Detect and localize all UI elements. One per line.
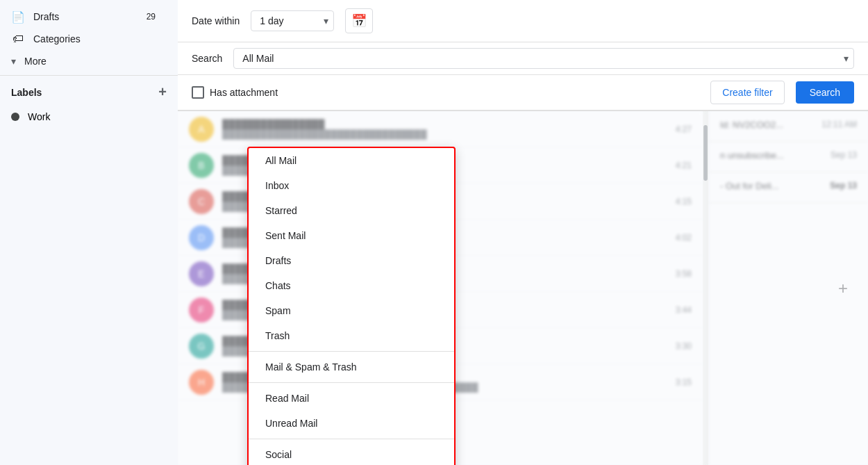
avatar: F: [189, 297, 214, 323]
chevron-down-icon: ▾: [11, 56, 16, 67]
dropdown-item-all-mail[interactable]: All Mail: [249, 148, 454, 173]
app-container: 📄 Drafts 29 🏷 Categories ▾ More Labels +…: [0, 0, 868, 465]
email-time: 3:58: [676, 269, 692, 279]
email-time: 3:44: [676, 305, 692, 315]
email-time: Sep 13: [831, 150, 857, 160]
drafts-count: 29: [147, 12, 156, 22]
search-in-row-container: Search All Mail All Mail Inbox Starred: [178, 42, 868, 75]
has-attachment-label[interactable]: Has attachment: [192, 86, 278, 99]
search-in-row: Search All Mail: [178, 42, 868, 75]
email-time: 4:15: [676, 197, 692, 206]
email-content: ████████████████ ███████████████████████…: [222, 119, 667, 140]
labels-section-header: Labels +: [0, 79, 178, 106]
email-time: 4:27: [676, 124, 692, 134]
sidebar-item-label: More: [24, 56, 156, 67]
dropdown-item-chats[interactable]: Chats: [249, 273, 454, 298]
sidebar-item-more[interactable]: ▾ More: [0, 50, 167, 72]
sidebar-item-label: Categories: [33, 33, 156, 44]
sidebar-item-work[interactable]: Work: [0, 106, 167, 128]
calendar-icon-button[interactable]: 📅: [345, 8, 373, 33]
email-time: 3:15: [676, 377, 692, 387]
date-filter-row: Date within 1 day 3 days 1 week 2 weeks …: [178, 0, 868, 42]
dropdown-item-starred[interactable]: Starred: [249, 198, 454, 223]
dropdown-divider-3: [249, 439, 454, 439]
add-label-icon[interactable]: +: [158, 84, 167, 100]
dropdown-divider-1: [249, 351, 454, 352]
avatar: D: [189, 225, 214, 250]
sidebar: 📄 Drafts 29 🏷 Categories ▾ More Labels +…: [0, 0, 178, 465]
main-area: Date within 1 day 3 days 1 week 2 weeks …: [178, 0, 868, 465]
list-item[interactable]: Sep 13 n unsubscribe...: [709, 142, 868, 172]
email-time-bold: Sep 13: [830, 181, 857, 190]
search-button[interactable]: Search: [796, 81, 854, 104]
email-time: 4:21: [676, 161, 692, 170]
search-in-select-wrapper: All Mail: [233, 48, 854, 69]
scrollbar[interactable]: [703, 111, 708, 465]
date-select-wrapper: 1 day 3 days 1 week 2 weeks 1 month: [251, 10, 334, 31]
avatar: A: [189, 117, 214, 142]
table-row[interactable]: A ████████████████ █████████████████████…: [178, 111, 703, 147]
scrollbar-thumb[interactable]: [703, 125, 708, 181]
email-time: 4:02: [676, 233, 692, 243]
work-label-dot: [11, 113, 19, 121]
dropdown-divider-2: [249, 382, 454, 383]
avatar: H: [189, 370, 214, 395]
date-within-label: Date within: [192, 15, 240, 26]
dropdown-item-social[interactable]: Social: [249, 442, 454, 465]
email-time: 3:30: [676, 341, 692, 351]
dropdown-item-drafts[interactable]: Drafts: [249, 248, 454, 273]
avatar: G: [189, 334, 214, 359]
drafts-icon: 📄: [11, 10, 25, 24]
avatar: E: [189, 261, 214, 286]
dropdown-item-trash[interactable]: Trash: [249, 323, 454, 348]
work-label-text: Work: [28, 111, 50, 122]
dropdown-item-sent-mail[interactable]: Sent Mail: [249, 223, 454, 248]
dropdown-item-spam[interactable]: Spam: [249, 298, 454, 323]
sidebar-item-categories[interactable]: 🏷 Categories: [0, 28, 167, 50]
dropdown-item-inbox[interactable]: Inbox: [249, 173, 454, 198]
dropdown-item-unread-mail[interactable]: Unread Mail: [249, 411, 454, 436]
dropdown-overlay: All Mail Inbox Starred Sent Mail Drafts …: [247, 147, 456, 465]
date-within-select[interactable]: 1 day 3 days 1 week 2 weeks 1 month: [251, 10, 334, 31]
search-in-label: Search: [192, 53, 222, 64]
categories-icon: 🏷: [11, 32, 25, 46]
attachment-filter-row: Has attachment Create filter Search: [178, 75, 868, 111]
dropdown-item-read-mail[interactable]: Read Mail: [249, 386, 454, 411]
sidebar-divider: [0, 75, 178, 76]
create-filter-button[interactable]: Create filter: [710, 81, 784, 104]
sidebar-item-drafts[interactable]: 📄 Drafts 29: [0, 6, 167, 28]
sidebar-item-label: Drafts: [33, 11, 138, 22]
email-sender: ████████████████: [222, 119, 667, 129]
list-item[interactable]: Sep 13 - Out for Deli...: [709, 172, 868, 203]
has-attachment-text: Has attachment: [210, 87, 278, 98]
email-time: 12:11 AM: [821, 120, 857, 129]
dropdown-item-mail-spam-trash[interactable]: Mail & Spam & Trash: [249, 354, 454, 380]
filter-toolbar: Date within 1 day 3 days 1 week 2 weeks …: [178, 0, 868, 111]
right-panel: 12:11 AM Id: NV2COO2... Sep 13 n unsubsc…: [708, 111, 868, 465]
has-attachment-checkbox[interactable]: [192, 86, 204, 99]
email-subject: ████████████████████████████████: [222, 129, 667, 140]
avatar: B: [189, 153, 214, 178]
avatar: C: [189, 189, 214, 214]
search-in-select[interactable]: All Mail: [233, 48, 854, 69]
labels-title: Labels: [11, 87, 42, 98]
list-item[interactable]: 12:11 AM Id: NV2COO2...: [709, 111, 868, 142]
